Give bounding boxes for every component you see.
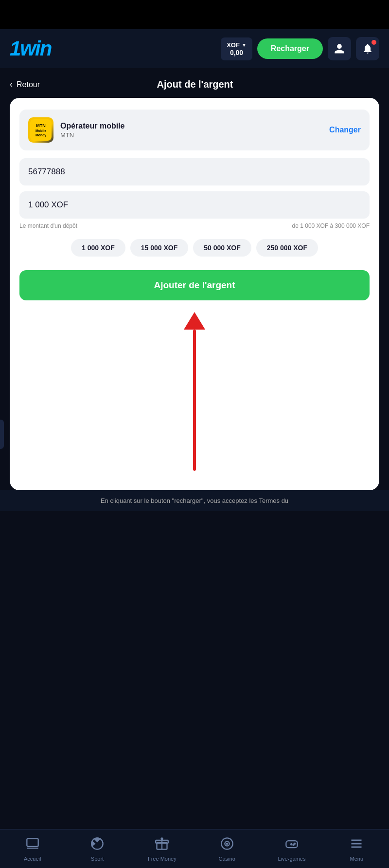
disclaimer-text: En cliquant sur le bouton "recharger", v… — [101, 497, 288, 504]
operator-subname: MTN — [60, 131, 124, 139]
svg-rect-4 — [27, 839, 38, 847]
svg-point-12 — [226, 843, 227, 844]
helper-row: Le montant d'un dépôt de 1 000 XOF à 300… — [19, 222, 370, 229]
gift-icon — [155, 837, 169, 854]
casino-icon — [220, 837, 234, 854]
svg-text:Money: Money — [35, 133, 46, 137]
nav-item-menu[interactable]: Menu — [324, 837, 389, 862]
arrow-annotation — [19, 313, 370, 479]
side-tab — [0, 420, 4, 449]
notification-button[interactable] — [356, 37, 379, 60]
preset-amounts: 1 000 XOF 15 000 XOF 50 000 XOF 250 000 … — [19, 239, 370, 257]
menu-icon — [350, 837, 363, 854]
notification-dot — [371, 40, 376, 45]
operator-row: MTN Mobile Money Opérateur mobile MTN Ch… — [19, 110, 370, 150]
footer-disclaimer: En cliquant sur le bouton "recharger", v… — [0, 490, 389, 511]
mtn-icon: MTN Mobile Money — [30, 119, 52, 141]
operator-name: Opérateur mobile — [60, 122, 124, 130]
preset-15000[interactable]: 15 000 XOF — [130, 239, 189, 257]
chevron-down-icon: ▼ — [242, 42, 247, 48]
page-nav: ‹ Retour Ajout de l'argent — [0, 68, 389, 98]
sport-icon — [90, 837, 104, 854]
nav-label-accueil: Accueil — [24, 856, 41, 862]
change-operator-button[interactable]: Changer — [329, 126, 361, 134]
back-button[interactable]: ‹ Retour — [10, 79, 40, 90]
operator-icon: MTN Mobile Money — [28, 117, 53, 143]
svg-text:Mobile: Mobile — [35, 129, 46, 132]
arrow-line — [193, 330, 196, 471]
operator-left: MTN Mobile Money Opérateur mobile MTN — [28, 117, 124, 143]
main-content: ‹ Retour Ajout de l'argent MTN Mobile Mo… — [0, 68, 389, 550]
back-arrow-icon: ‹ — [10, 79, 13, 90]
nav-label-sport: Sport — [91, 856, 104, 862]
nav-item-accueil[interactable]: Accueil — [0, 837, 65, 862]
deposit-card: MTN Mobile Money Opérateur mobile MTN Ch… — [10, 98, 379, 490]
user-icon — [334, 43, 345, 55]
svg-text:MTN: MTN — [36, 123, 46, 128]
preset-250000[interactable]: 250 000 XOF — [256, 239, 318, 257]
logo: 1win — [10, 37, 51, 60]
helper-right: de 1 000 XOF à 300 000 XOF — [292, 222, 370, 229]
nav-label-freemoney: Free Money — [148, 856, 177, 862]
operator-info: Opérateur mobile MTN — [60, 122, 124, 139]
header: 1win XOF ▼ 0,00 Recharger — [0, 29, 389, 68]
header-right: XOF ▼ 0,00 Recharger — [221, 37, 379, 60]
currency-code: XOF — [227, 41, 240, 49]
nav-item-casino[interactable]: Casino — [194, 837, 259, 862]
gamepad-icon — [285, 837, 299, 854]
preset-50000[interactable]: 50 000 XOF — [193, 239, 251, 257]
amount-input[interactable] — [19, 191, 370, 219]
svg-point-17 — [293, 844, 294, 845]
nav-label-livegames: Live-games — [278, 856, 306, 862]
user-button[interactable] — [328, 37, 351, 60]
arrow-head — [184, 312, 205, 330]
nav-item-freemoney[interactable]: Free Money — [130, 837, 194, 862]
currency-amount: 0,00 — [230, 49, 243, 56]
phone-input[interactable] — [19, 158, 370, 185]
nav-item-sport[interactable]: Sport — [65, 837, 129, 862]
recharge-button[interactable]: Recharger — [257, 38, 323, 59]
page-title: Ajout de l'argent — [40, 79, 350, 90]
currency-selector[interactable]: XOF ▼ 0,00 — [221, 37, 252, 60]
preset-1000[interactable]: 1 000 XOF — [71, 239, 125, 257]
helper-left: Le montant d'un dépôt — [19, 222, 77, 229]
bottom-nav: Accueil Sport Free Money Casino Live-gam… — [0, 829, 389, 868]
home-icon — [26, 837, 39, 854]
nav-item-livegames[interactable]: Live-games — [259, 837, 324, 862]
nav-label-casino: Casino — [219, 856, 235, 862]
back-label: Retour — [17, 80, 40, 89]
bell-icon — [362, 43, 373, 55]
currency-top: XOF ▼ — [227, 41, 247, 49]
nav-label-menu: Menu — [350, 856, 364, 862]
top-bar — [0, 0, 389, 29]
add-money-button[interactable]: Ajouter de l'argent — [19, 270, 370, 300]
logo-text: 1win — [10, 37, 51, 60]
